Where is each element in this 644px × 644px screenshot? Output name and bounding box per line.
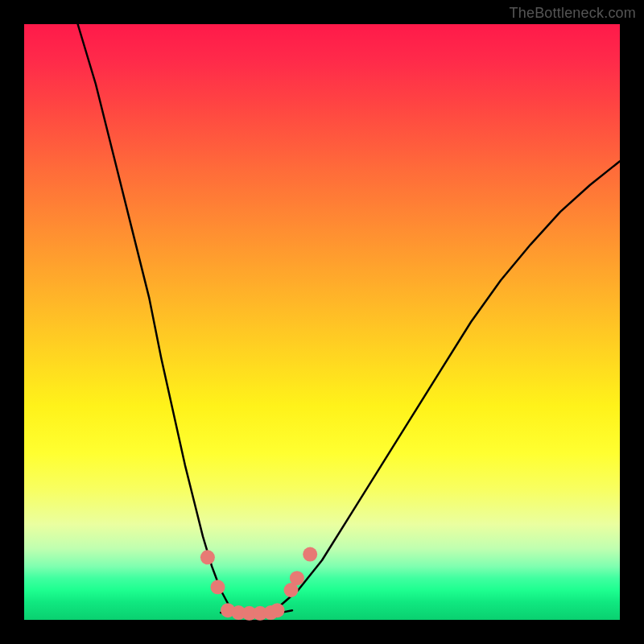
watermark-text: TheBottleneck.com <box>510 5 636 22</box>
curve-lines <box>78 24 620 614</box>
curve-svg <box>24 24 620 620</box>
marker-dot <box>211 580 225 594</box>
marker-dot <box>270 603 285 617</box>
series-right-branch <box>262 161 620 613</box>
marker-dot <box>200 550 215 564</box>
marker-dot <box>290 571 304 585</box>
series-left-branch <box>78 24 239 613</box>
plot-area <box>24 24 620 620</box>
marker-dot <box>303 547 317 562</box>
marker-dots <box>200 547 317 621</box>
